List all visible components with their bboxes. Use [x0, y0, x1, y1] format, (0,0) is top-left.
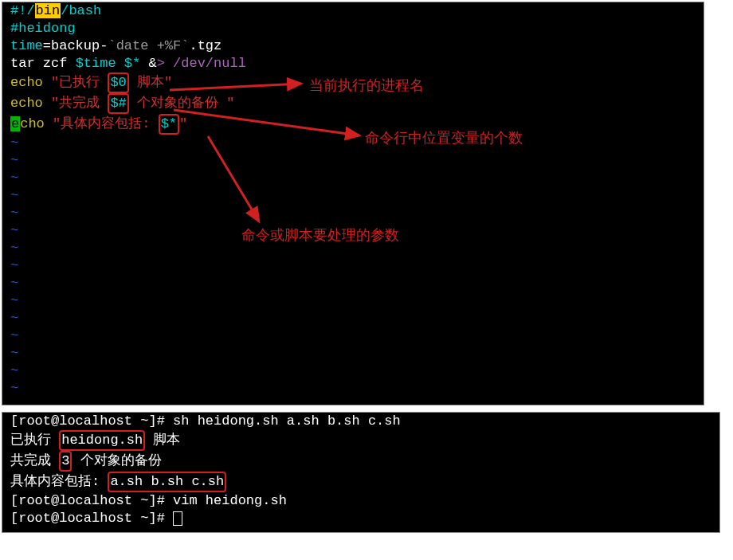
output-line: 共完成 3 个对象的备份 [2, 451, 719, 472]
result-scriptname: heidong.sh [59, 430, 145, 451]
text: 共完成 [10, 453, 59, 468]
text: `date +%F` [108, 38, 189, 53]
output-line: 具体内容包括: a.sh b.sh c.sh [2, 472, 719, 492]
cursor-icon[interactable] [173, 511, 182, 526]
text: 脚本 [145, 433, 180, 448]
text: 脚本 [129, 75, 164, 90]
text: 已执行 [10, 433, 59, 448]
text: =backup- [43, 38, 108, 53]
vim-tilde: ~ [2, 362, 704, 380]
var-dollar-star: $* [159, 114, 179, 135]
script-editor-terminal: #!/bin/bash #heidong time=backup-`date +… [2, 2, 704, 405]
script-line-1: #!/bin/bash [2, 2, 704, 20]
text: /bash [61, 3, 101, 18]
vim-tilde: ~ [2, 187, 704, 205]
text: > /dev/null [157, 56, 246, 71]
vim-tilde: ~ [2, 257, 704, 275]
output-line: 已执行 heidong.sh 脚本 [2, 430, 719, 451]
script-line-6: echo "共完成 $# 个对象的备份 " [2, 93, 704, 114]
script-line-7: echo "具体内容包括: $*" [2, 114, 704, 135]
vim-tilde: ~ [2, 345, 704, 362]
text: time [10, 38, 43, 53]
text: " [226, 96, 234, 111]
text: " [179, 116, 187, 131]
script-line-4: tar zcf $time $* &> /dev/null [2, 55, 704, 72]
annotation-process-name: 当前执行的进程名 [309, 76, 424, 95]
annotation-arg-count: 命令行中位置变量的个数 [365, 128, 523, 147]
output-line: [root@localhost ~]# [2, 510, 719, 527]
text: 个对象的备份 [72, 453, 161, 468]
vim-tilde: ~ [2, 380, 704, 397]
var-dollar-zero: $0 [108, 72, 128, 93]
text: " [43, 96, 59, 111]
text: & [140, 56, 156, 71]
vim-tilde: ~ [2, 152, 704, 170]
text: cho [20, 116, 45, 131]
text: 个对象的备份 [129, 96, 226, 111]
shell-command[interactable]: sh heidong.sh a.sh b.sh c.sh [173, 413, 401, 429]
text: 共完成 [59, 96, 108, 111]
highlighted-bin: bin [35, 3, 61, 18]
text: .tgz [189, 38, 221, 53]
vim-tilde: ~ [2, 205, 704, 222]
vim-tilde: ~ [2, 292, 704, 310]
text: $time $* [76, 56, 141, 71]
vim-tilde: ~ [2, 327, 704, 345]
text: " [43, 75, 59, 90]
text: echo [10, 96, 43, 111]
prompt: [root@localhost ~]# [10, 511, 173, 526]
vim-tilde: ~ [2, 170, 704, 187]
vim-tilde: ~ [2, 275, 704, 292]
output-line: [root@localhost ~]# sh heidong.sh a.sh b… [2, 413, 719, 430]
vim-tilde: ~ [2, 310, 704, 327]
output-line: [root@localhost ~]# vim heidong.sh [2, 492, 719, 510]
text: " [164, 75, 172, 90]
text: 具体内容包括: [61, 116, 158, 131]
text: #!/ [10, 3, 35, 18]
annotation-params: 命令或脚本要处理的参数 [241, 225, 399, 245]
output-terminal: [root@localhost ~]# sh heidong.sh a.sh b… [2, 412, 720, 533]
text: 具体内容包括: [10, 474, 108, 489]
prompt: [root@localhost ~]# [10, 493, 173, 508]
var-dollar-hash: $# [108, 93, 128, 114]
prompt: [root@localhost ~]# [10, 413, 173, 429]
script-line-3: time=backup-`date +%F`.tgz [2, 37, 704, 55]
result-count: 3 [59, 451, 72, 472]
cursor-e: e [10, 116, 20, 131]
text: echo [10, 75, 43, 90]
script-line-2: #heidong [2, 20, 704, 37]
shell-command[interactable]: vim heidong.sh [173, 493, 287, 508]
text: " [45, 116, 61, 131]
text: 已执行 [59, 75, 108, 90]
text: tar zcf [10, 56, 76, 71]
result-list: a.sh b.sh c.sh [108, 472, 226, 492]
vim-tilde: ~ [2, 135, 704, 152]
